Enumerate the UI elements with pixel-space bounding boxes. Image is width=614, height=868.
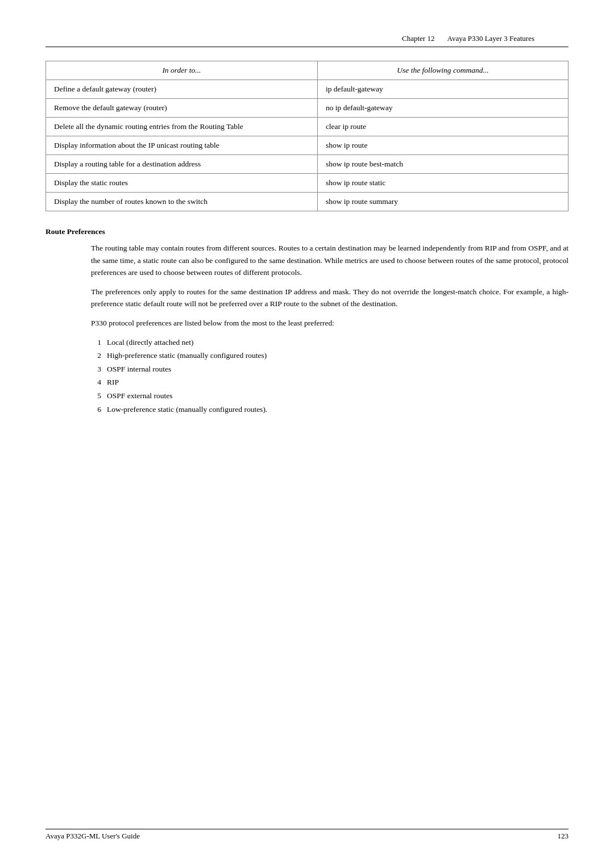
list-item: 6Low-preference static (manually configu…	[91, 403, 569, 416]
table-row: Display a routing table for a destinatio…	[46, 155, 569, 174]
footer-left: Avaya P332G-ML User's Guide	[45, 832, 140, 841]
list-item-text: OSPF internal routes	[107, 363, 171, 375]
list-item-number: 1	[91, 336, 101, 349]
list-item-number: 3	[91, 363, 101, 375]
chapter-title: Avaya P330 Layer 3 Features	[447, 34, 534, 43]
list-item-text: Low-preference static (manually configur…	[107, 403, 267, 416]
route-prefs-para1: The routing table may contain routes fro…	[91, 242, 569, 279]
list-item-number: 5	[91, 390, 101, 402]
list-item: 4RIP	[91, 376, 569, 389]
table-row: Display the number of routes known to th…	[46, 193, 569, 211]
list-item-text: OSPF external routes	[107, 390, 173, 402]
table-cell-action: Define a default gateway (router)	[46, 80, 318, 99]
table-cell-command: show ip route	[317, 136, 568, 155]
table-cell-command: show ip route summary	[317, 193, 568, 211]
route-preferences-heading: Route Preferences	[45, 227, 569, 236]
table-cell-action: Remove the default gateway (router)	[46, 99, 318, 118]
table-cell-command: show ip route static	[317, 174, 568, 193]
protocol-list: 1Local (directly attached net)2High-pref…	[91, 336, 569, 416]
route-preferences-body: The routing table may contain routes fro…	[91, 242, 569, 415]
table-row: Remove the default gateway (router)no ip…	[46, 99, 569, 118]
list-item-number: 6	[91, 403, 101, 416]
list-item-text: RIP	[107, 376, 119, 389]
table-cell-command: ip default-gateway	[317, 80, 568, 99]
list-item: 1Local (directly attached net)	[91, 336, 569, 349]
route-preferences-section: Route Preferences The routing table may …	[45, 227, 569, 415]
page-footer: Avaya P332G-ML User's Guide 123	[45, 832, 569, 841]
page-header: Chapter 12 Avaya P330 Layer 3 Features	[45, 34, 569, 43]
list-item: 2High-preference static (manually config…	[91, 349, 569, 362]
table-row: Define a default gateway (router)ip defa…	[46, 80, 569, 99]
table-cell-action: Display information about the IP unicast…	[46, 136, 318, 155]
table-row: Display information about the IP unicast…	[46, 136, 569, 155]
routing-table: In order to... Use the following command…	[45, 61, 569, 211]
footer-right: 123	[558, 832, 569, 841]
table-row: Delete all the dynamic routing entries f…	[46, 118, 569, 136]
table-cell-command: clear ip route	[317, 118, 568, 136]
table-body: Define a default gateway (router)ip defa…	[46, 80, 569, 211]
col-action-header: In order to...	[46, 61, 318, 80]
chapter-number: Chapter 12	[402, 34, 434, 43]
table-cell-command: show ip route best-match	[317, 155, 568, 174]
table-cell-action: Display the number of routes known to th…	[46, 193, 318, 211]
table-cell-command: no ip default-gateway	[317, 99, 568, 118]
list-item-text: High-preference static (manually configu…	[107, 349, 267, 362]
header-rule	[45, 47, 569, 47]
list-item-text: Local (directly attached net)	[107, 336, 194, 349]
list-item-number: 2	[91, 349, 101, 362]
table-header-row: In order to... Use the following command…	[46, 61, 569, 80]
route-prefs-para3: P330 protocol preferences are listed bel…	[91, 317, 569, 329]
table-row: Display the static routesshow ip route s…	[46, 174, 569, 193]
page: Chapter 12 Avaya P330 Layer 3 Features I…	[0, 0, 614, 868]
table-cell-action: Delete all the dynamic routing entries f…	[46, 118, 318, 136]
list-item: 3OSPF internal routes	[91, 363, 569, 375]
col-command-header: Use the following command...	[317, 61, 568, 80]
list-item: 5OSPF external routes	[91, 390, 569, 402]
chapter-label: Chapter 12 Avaya P330 Layer 3 Features	[402, 34, 534, 43]
table-cell-action: Display the static routes	[46, 174, 318, 193]
list-item-number: 4	[91, 376, 101, 389]
table-cell-action: Display a routing table for a destinatio…	[46, 155, 318, 174]
footer-rule	[45, 829, 569, 829]
route-prefs-para2: The preferences only apply to routes for…	[91, 286, 569, 310]
